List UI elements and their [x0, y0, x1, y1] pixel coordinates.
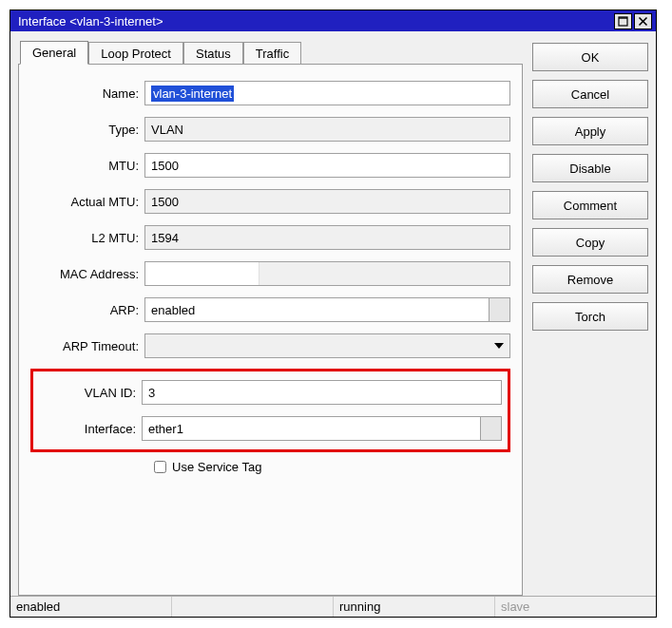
arp-timeout-dropdown-button[interactable] — [489, 334, 509, 357]
vlan-id-label: VLAN ID: — [39, 386, 142, 400]
mtu-label: MTU: — [30, 159, 144, 173]
status-slave: slave — [495, 597, 656, 617]
close-button[interactable] — [634, 13, 652, 29]
tab-loop-protect[interactable]: Loop Protect — [88, 42, 183, 65]
button-column: OK Cancel Apply Disable Comment Copy Rem… — [532, 39, 648, 596]
arp-label: ARP: — [30, 303, 144, 317]
interface-dialog: Interface <vlan-3-internet> General Loop… — [10, 10, 657, 618]
torch-button[interactable]: Torch — [532, 302, 648, 331]
status-running: running — [334, 597, 495, 617]
interface-select[interactable] — [142, 416, 502, 441]
vlan-id-input[interactable] — [142, 380, 502, 405]
mac-label: MAC Address: — [30, 267, 144, 281]
use-service-tag-checkbox[interactable] — [154, 461, 166, 473]
arp-timeout-select[interactable] — [144, 333, 510, 358]
arp-select[interactable] — [144, 297, 510, 322]
mac-input[interactable] — [144, 261, 510, 286]
name-label: Name: — [30, 86, 144, 101]
ok-button[interactable]: OK — [532, 43, 648, 71]
tab-page-general: Name: vlan-3-internet Type: MTU: — [18, 64, 523, 596]
left-pane: General Loop Protect Status Traffic Name… — [18, 39, 523, 596]
arp-select-value[interactable] — [145, 298, 489, 321]
vlan-highlight-box: VLAN ID: Interface: — [30, 369, 510, 452]
arp-dropdown-button[interactable] — [489, 298, 509, 321]
tab-traffic[interactable]: Traffic — [243, 42, 301, 65]
titlebar: Interface <vlan-3-internet> — [10, 10, 656, 31]
l2-mtu-label: L2 MTU: — [30, 231, 144, 245]
copy-button[interactable]: Copy — [532, 228, 648, 257]
maximize-button[interactable] — [614, 13, 632, 29]
actual-mtu-label: Actual MTU: — [30, 195, 144, 209]
l2-mtu-value — [144, 225, 510, 250]
window-controls — [614, 13, 652, 29]
apply-button[interactable]: Apply — [532, 117, 648, 145]
type-label: Type: — [30, 123, 144, 137]
tab-general[interactable]: General — [20, 41, 88, 65]
use-service-tag-label: Use Service Tag — [172, 460, 261, 474]
tab-status[interactable]: Status — [183, 42, 243, 65]
arp-timeout-label: ARP Timeout: — [30, 339, 144, 353]
name-input[interactable]: vlan-3-internet — [144, 81, 510, 105]
status-bar: enabled running slave — [10, 596, 656, 617]
type-value — [144, 117, 510, 142]
interface-label: Interface: — [39, 422, 142, 436]
arp-timeout-value[interactable] — [145, 334, 489, 357]
cancel-button[interactable]: Cancel — [532, 80, 648, 108]
status-empty — [172, 597, 334, 617]
mtu-input[interactable] — [144, 153, 510, 178]
dialog-body: General Loop Protect Status Traffic Name… — [10, 31, 656, 596]
actual-mtu-value — [144, 189, 510, 214]
window-title: Interface <vlan-3-internet> — [18, 14, 614, 29]
chevron-down-icon — [494, 343, 504, 349]
disable-button[interactable]: Disable — [532, 154, 648, 182]
status-enabled: enabled — [10, 597, 172, 617]
tab-strip: General Loop Protect Status Traffic — [18, 39, 523, 64]
interface-select-value[interactable] — [143, 417, 480, 440]
interface-dropdown-button[interactable] — [480, 417, 501, 440]
remove-button[interactable]: Remove — [532, 265, 648, 294]
comment-button[interactable]: Comment — [532, 191, 648, 219]
